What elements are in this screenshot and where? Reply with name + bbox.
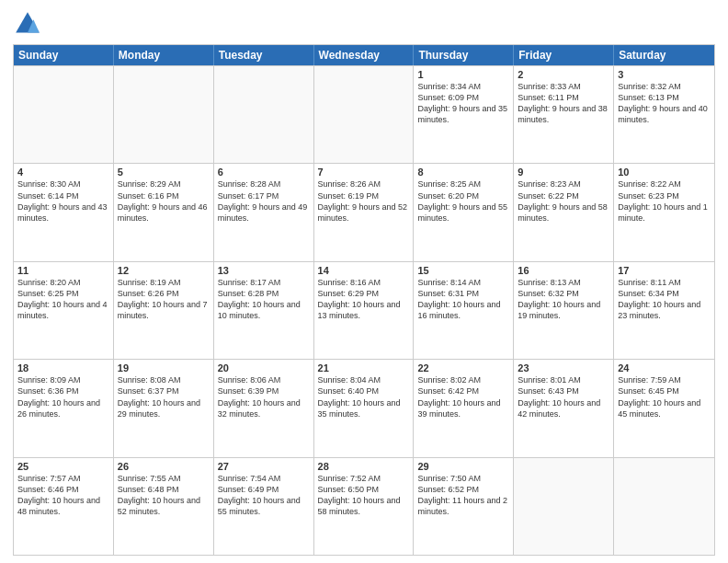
calendar-week-4: 18Sunrise: 8:09 AMSunset: 6:36 PMDayligh…: [14, 359, 714, 456]
calendar: SundayMondayTuesdayWednesdayThursdayFrid…: [13, 44, 715, 556]
day-info: Sunrise: 8:02 AMSunset: 6:42 PMDaylight:…: [417, 374, 509, 419]
day-number: 19: [118, 362, 210, 373]
calendar-cell: 18Sunrise: 8:09 AMSunset: 6:36 PMDayligh…: [14, 360, 114, 456]
calendar-week-1: 1Sunrise: 8:34 AMSunset: 6:09 PMDaylight…: [14, 65, 714, 163]
day-info: Sunrise: 8:08 AMSunset: 6:37 PMDaylight:…: [118, 374, 210, 419]
day-number: 16: [518, 265, 609, 276]
day-info: Sunrise: 8:33 AMSunset: 6:11 PMDaylight:…: [518, 81, 609, 126]
day-number: 22: [417, 362, 509, 373]
day-number: 5: [118, 167, 210, 178]
calendar-cell: [214, 66, 314, 163]
logo-icon: [13, 9, 42, 39]
calendar-cell: 23Sunrise: 8:01 AMSunset: 6:43 PMDayligh…: [514, 360, 614, 456]
calendar-cell: 14Sunrise: 8:16 AMSunset: 6:29 PMDayligh…: [314, 262, 415, 359]
day-info: Sunrise: 8:23 AMSunset: 6:22 PMDaylight:…: [518, 178, 609, 224]
day-info: Sunrise: 8:04 AMSunset: 6:40 PMDaylight:…: [318, 374, 410, 419]
day-number: 17: [618, 265, 711, 276]
day-number: 14: [318, 265, 410, 276]
day-number: 1: [417, 69, 509, 80]
day-info: Sunrise: 8:13 AMSunset: 6:32 PMDaylight:…: [518, 277, 609, 322]
calendar-header-monday: Monday: [114, 45, 214, 65]
day-info: Sunrise: 8:30 AMSunset: 6:14 PMDaylight:…: [17, 178, 109, 224]
calendar-body: 1Sunrise: 8:34 AMSunset: 6:09 PMDaylight…: [14, 65, 714, 555]
calendar-cell: 15Sunrise: 8:14 AMSunset: 6:31 PMDayligh…: [414, 262, 514, 359]
day-number: 26: [118, 461, 210, 472]
day-info: Sunrise: 7:52 AMSunset: 6:50 PMDaylight:…: [318, 473, 410, 518]
day-number: 6: [218, 167, 310, 178]
calendar-cell: 13Sunrise: 8:17 AMSunset: 6:28 PMDayligh…: [214, 262, 314, 359]
day-info: Sunrise: 8:25 AMSunset: 6:20 PMDaylight:…: [417, 178, 509, 224]
calendar-cell: 25Sunrise: 7:57 AMSunset: 6:46 PMDayligh…: [14, 458, 114, 555]
calendar-week-3: 11Sunrise: 8:20 AMSunset: 6:25 PMDayligh…: [14, 261, 714, 359]
day-number: 10: [618, 167, 711, 178]
day-number: 3: [618, 69, 711, 80]
calendar-cell: 1Sunrise: 8:34 AMSunset: 6:09 PMDaylight…: [414, 66, 514, 163]
calendar-cell: [14, 66, 114, 163]
day-info: Sunrise: 8:20 AMSunset: 6:25 PMDaylight:…: [17, 277, 109, 322]
day-info: Sunrise: 7:55 AMSunset: 6:48 PMDaylight:…: [118, 473, 210, 518]
calendar-header-row: SundayMondayTuesdayWednesdayThursdayFrid…: [14, 45, 714, 65]
calendar-cell: 12Sunrise: 8:19 AMSunset: 6:26 PMDayligh…: [114, 262, 214, 359]
day-number: 27: [218, 461, 310, 472]
day-info: Sunrise: 8:01 AMSunset: 6:43 PMDaylight:…: [518, 374, 609, 419]
page-header: [13, 9, 715, 39]
day-info: Sunrise: 7:57 AMSunset: 6:46 PMDaylight:…: [17, 473, 109, 518]
calendar-cell: [514, 458, 614, 555]
calendar-cell: 3Sunrise: 8:32 AMSunset: 6:13 PMDaylight…: [614, 66, 714, 163]
calendar-cell: 5Sunrise: 8:29 AMSunset: 6:16 PMDaylight…: [114, 164, 214, 260]
calendar-header-friday: Friday: [514, 45, 614, 65]
calendar-cell: 24Sunrise: 7:59 AMSunset: 6:45 PMDayligh…: [614, 360, 714, 456]
day-number: 11: [17, 265, 109, 276]
day-info: Sunrise: 7:54 AMSunset: 6:49 PMDaylight:…: [218, 473, 310, 518]
calendar-cell: 8Sunrise: 8:25 AMSunset: 6:20 PMDaylight…: [414, 164, 514, 260]
calendar-cell: 4Sunrise: 8:30 AMSunset: 6:14 PMDaylight…: [14, 164, 114, 260]
day-number: 7: [318, 167, 410, 178]
day-number: 23: [518, 362, 609, 373]
calendar-header-tuesday: Tuesday: [214, 45, 314, 65]
calendar-week-5: 25Sunrise: 7:57 AMSunset: 6:46 PMDayligh…: [14, 457, 714, 555]
calendar-cell: 27Sunrise: 7:54 AMSunset: 6:49 PMDayligh…: [214, 458, 314, 555]
day-info: Sunrise: 8:11 AMSunset: 6:34 PMDaylight:…: [618, 277, 711, 322]
day-info: Sunrise: 8:16 AMSunset: 6:29 PMDaylight:…: [318, 277, 410, 322]
day-number: 12: [118, 265, 210, 276]
calendar-cell: 19Sunrise: 8:08 AMSunset: 6:37 PMDayligh…: [114, 360, 214, 456]
day-info: Sunrise: 8:28 AMSunset: 6:17 PMDaylight:…: [218, 178, 310, 224]
calendar-cell: 26Sunrise: 7:55 AMSunset: 6:48 PMDayligh…: [114, 458, 214, 555]
day-number: 8: [417, 167, 509, 178]
day-info: Sunrise: 8:29 AMSunset: 6:16 PMDaylight:…: [118, 178, 210, 224]
calendar-cell: 28Sunrise: 7:52 AMSunset: 6:50 PMDayligh…: [314, 458, 415, 555]
day-number: 28: [318, 461, 410, 472]
day-number: 18: [17, 362, 109, 373]
day-info: Sunrise: 7:59 AMSunset: 6:45 PMDaylight:…: [618, 374, 711, 419]
day-info: Sunrise: 8:22 AMSunset: 6:23 PMDaylight:…: [618, 178, 711, 224]
calendar-cell: 17Sunrise: 8:11 AMSunset: 6:34 PMDayligh…: [614, 262, 714, 359]
day-info: Sunrise: 8:14 AMSunset: 6:31 PMDaylight:…: [417, 277, 509, 322]
day-number: 21: [318, 362, 410, 373]
calendar-header-wednesday: Wednesday: [314, 45, 415, 65]
calendar-cell: [614, 458, 714, 555]
calendar-header-thursday: Thursday: [414, 45, 514, 65]
calendar-cell: 11Sunrise: 8:20 AMSunset: 6:25 PMDayligh…: [14, 262, 114, 359]
calendar-cell: 9Sunrise: 8:23 AMSunset: 6:22 PMDaylight…: [514, 164, 614, 260]
calendar-header-saturday: Saturday: [614, 45, 714, 65]
calendar-week-2: 4Sunrise: 8:30 AMSunset: 6:14 PMDaylight…: [14, 163, 714, 260]
day-info: Sunrise: 8:17 AMSunset: 6:28 PMDaylight:…: [218, 277, 310, 322]
calendar-cell: 21Sunrise: 8:04 AMSunset: 6:40 PMDayligh…: [314, 360, 415, 456]
day-info: Sunrise: 8:06 AMSunset: 6:39 PMDaylight:…: [218, 374, 310, 419]
logo: [13, 9, 46, 39]
calendar-header-sunday: Sunday: [14, 45, 114, 65]
calendar-cell: 6Sunrise: 8:28 AMSunset: 6:17 PMDaylight…: [214, 164, 314, 260]
day-number: 15: [417, 265, 509, 276]
day-number: 25: [17, 461, 109, 472]
calendar-cell: 2Sunrise: 8:33 AMSunset: 6:11 PMDaylight…: [514, 66, 614, 163]
day-info: Sunrise: 7:50 AMSunset: 6:52 PMDaylight:…: [417, 473, 509, 518]
day-info: Sunrise: 8:34 AMSunset: 6:09 PMDaylight:…: [417, 81, 509, 126]
day-number: 9: [518, 167, 609, 178]
calendar-cell: 22Sunrise: 8:02 AMSunset: 6:42 PMDayligh…: [414, 360, 514, 456]
day-number: 13: [218, 265, 310, 276]
day-number: 2: [518, 69, 609, 80]
calendar-cell: 20Sunrise: 8:06 AMSunset: 6:39 PMDayligh…: [214, 360, 314, 456]
day-info: Sunrise: 8:09 AMSunset: 6:36 PMDaylight:…: [17, 374, 109, 419]
day-info: Sunrise: 8:32 AMSunset: 6:13 PMDaylight:…: [618, 81, 711, 126]
day-number: 20: [218, 362, 310, 373]
